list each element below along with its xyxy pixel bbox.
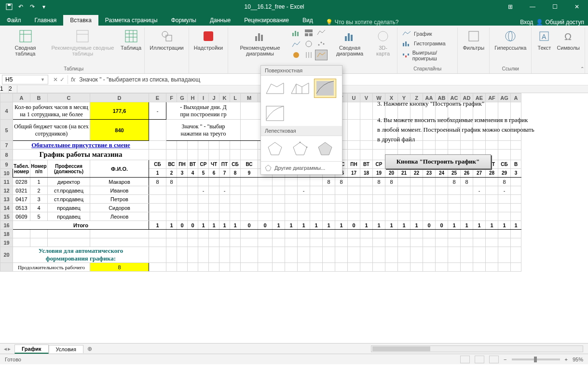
cell-day[interactable] — [335, 212, 348, 221]
cell[interactable] — [310, 247, 323, 263]
cell-D21[interactable]: 8 — [90, 263, 149, 272]
cell-day[interactable] — [486, 204, 498, 212]
surface-chart-3[interactable] — [314, 79, 336, 98]
cell[interactable] — [373, 247, 385, 263]
cell-day[interactable] — [241, 204, 258, 212]
cell-tabel-hdr[interactable]: Табел. номер — [13, 160, 30, 178]
cell[interactable] — [498, 141, 511, 150]
cell-day[interactable]: - — [473, 186, 486, 195]
cell-total[interactable]: 1 — [511, 221, 521, 230]
col-head-H[interactable]: H — [188, 94, 198, 102]
cell-day[interactable] — [473, 195, 486, 204]
cell[interactable] — [285, 263, 298, 272]
cell-day[interactable]: - — [498, 186, 511, 195]
sparkline-winloss[interactable]: Выигрыш/проигрыш — [400, 49, 454, 62]
surface-chart-1[interactable] — [264, 79, 286, 98]
cell-num-hdr[interactable]: 19 — [373, 169, 385, 178]
cell-day[interactable] — [410, 212, 423, 221]
cell-total[interactable]: 1 — [410, 221, 423, 230]
cell-tabel[interactable]: 0228 — [13, 178, 30, 186]
3d-map-button[interactable]: 3D- карта — [372, 28, 394, 57]
cell[interactable] — [258, 247, 273, 263]
cell-day[interactable] — [285, 204, 298, 212]
cell[interactable] — [348, 238, 360, 247]
cell[interactable] — [385, 247, 398, 263]
cell-day[interactable] — [360, 186, 373, 195]
cell-total[interactable]: 0 — [258, 221, 273, 230]
cell[interactable] — [360, 230, 373, 238]
cell[interactable] — [436, 230, 448, 238]
cell[interactable] — [177, 238, 188, 247]
cell[interactable] — [373, 263, 385, 272]
cell-total[interactable]: 1 — [335, 221, 348, 230]
cell-B7[interactable]: Обязательное присутствие в смене — [13, 141, 149, 150]
cell-day[interactable] — [149, 212, 166, 221]
cell[interactable] — [373, 230, 385, 238]
cell[interactable] — [219, 141, 230, 150]
cell-num-hdr[interactable]: 5 — [198, 169, 209, 178]
cell-day[interactable] — [486, 212, 498, 221]
cell-num-hdr[interactable]: 7 — [219, 169, 230, 178]
cell[interactable] — [511, 263, 521, 272]
cell[interactable] — [486, 263, 498, 272]
cell[interactable] — [177, 247, 188, 263]
cell-day[interactable] — [423, 195, 436, 204]
cell-day[interactable] — [473, 204, 486, 212]
cell-day[interactable] — [423, 212, 436, 221]
cell-day[interactable] — [310, 204, 323, 212]
sheet-nav-first[interactable]: ◂ — [4, 345, 7, 352]
cell-np-hdr[interactable]: Номер п/п — [30, 160, 48, 178]
cell[interactable] — [241, 247, 258, 263]
cell-num-hdr[interactable]: 26 — [461, 169, 473, 178]
cell-day[interactable] — [511, 204, 521, 212]
cell-num-hdr[interactable]: 21 — [398, 169, 410, 178]
cell[interactable] — [498, 230, 511, 238]
cell-day[interactable] — [188, 195, 198, 204]
cell-D4[interactable]: 177,6 — [90, 102, 149, 120]
radar-chart-2[interactable] — [289, 139, 311, 158]
col-head-D[interactable]: D — [90, 94, 149, 102]
cell[interactable] — [348, 263, 360, 272]
horizontal-scrollbar[interactable] — [96, 345, 588, 352]
chart-bar-mini[interactable] — [290, 28, 302, 38]
more-charts[interactable]: Другие диаграммы... — [261, 161, 342, 174]
row-head-14[interactable]: 14 — [0, 204, 13, 212]
cell-day-hdr[interactable]: В — [511, 160, 521, 169]
cell[interactable] — [298, 230, 310, 238]
strip-1[interactable]: 1 — [0, 85, 9, 93]
cell-total[interactable]: 0 — [423, 221, 436, 230]
pivot-table-button[interactable]: Сводная таблица — [6, 28, 45, 57]
cell[interactable] — [241, 230, 258, 238]
cell[interactable] — [258, 263, 273, 272]
share-button[interactable]: 👤 Общий доступ — [536, 19, 584, 26]
addins-button[interactable]: Надстройки — [192, 28, 225, 52]
cell[interactable] — [335, 230, 348, 238]
build-chart-button[interactable]: Кнопка "Построить график" — [385, 154, 491, 169]
cell-day[interactable] — [348, 195, 360, 204]
cell-day[interactable] — [423, 178, 436, 186]
cell-day[interactable]: 8 — [149, 178, 166, 186]
cell-day[interactable] — [298, 195, 310, 204]
cell[interactable] — [149, 150, 166, 160]
cell[interactable] — [511, 247, 521, 263]
cell[interactable] — [298, 238, 310, 247]
cell-B20[interactable]: Условия для автоматическогоформирования … — [13, 247, 149, 263]
cell[interactable] — [410, 230, 423, 238]
cell-total[interactable]: 1 — [209, 221, 219, 230]
cell[interactable] — [198, 141, 209, 150]
cell[interactable] — [149, 247, 166, 263]
cell-prof[interactable]: продавец — [48, 212, 90, 221]
cell-total[interactable]: 1 — [198, 221, 209, 230]
cell-day[interactable] — [230, 186, 241, 195]
cell[interactable] — [360, 120, 373, 141]
cell[interactable] — [348, 230, 360, 238]
cell-day-hdr[interactable]: СБ — [149, 160, 166, 169]
cell[interactable] — [241, 141, 258, 150]
col-head-AG[interactable]: AG — [498, 94, 511, 102]
cell-day[interactable] — [436, 195, 448, 204]
cell-day[interactable] — [335, 186, 348, 195]
cell[interactable] — [285, 238, 298, 247]
cell-day[interactable] — [188, 212, 198, 221]
cell[interactable] — [448, 238, 461, 247]
cell-day[interactable] — [498, 204, 511, 212]
